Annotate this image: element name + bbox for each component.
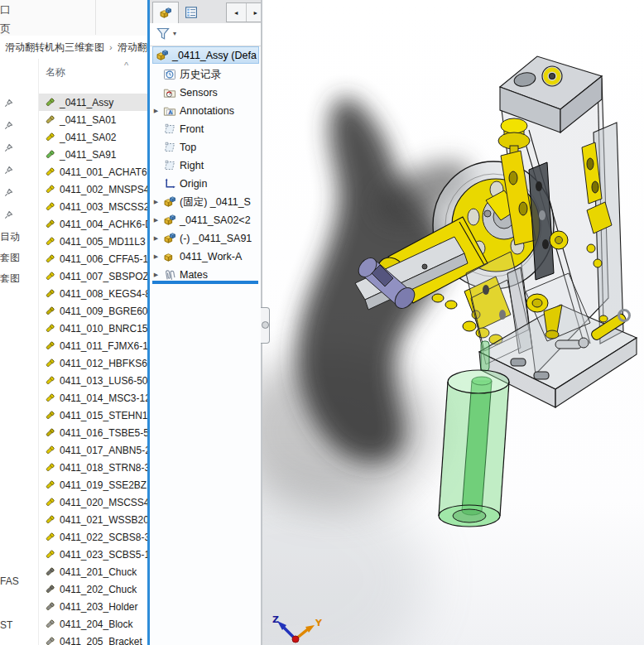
column-header-name[interactable]: 名称: [46, 65, 65, 79]
tree-item-label: Mates: [180, 269, 208, 281]
list-item[interactable]: 0411_001_ACHAT6: [39, 163, 147, 181]
list-item[interactable]: 0411_007_SBSPOZ4-20: [39, 267, 147, 285]
part-file-icon: [45, 445, 55, 455]
part-file-icon: [45, 619, 55, 629]
scroll-tabs-left-button[interactable]: ◄: [227, 3, 246, 22]
tree-item-label: (-) _0411_SA91: [180, 233, 252, 244]
part-file-icon: [45, 584, 55, 594]
tree-item-sensors[interactable]: Sensors: [150, 84, 261, 102]
list-item[interactable]: 0411_019_SSE2BZ13-2: [39, 476, 147, 493]
tree-root-assembly[interactable]: _0411_Assy (Defa: [152, 46, 259, 64]
list-item[interactable]: 0411_020_MSCSS4-12: [39, 493, 147, 511]
list-item[interactable]: 0411_201_Chuck: [39, 563, 147, 580]
list-item[interactable]: _0411_SA01: [39, 111, 147, 128]
pinned-item-icon[interactable]: [4, 185, 13, 200]
nav-item-fragment[interactable]: ST: [0, 619, 12, 631]
tree-item-label: (固定) _0411_S: [180, 195, 251, 209]
sort-ascending-icon[interactable]: ^: [124, 60, 128, 70]
list-item[interactable]: _0411_Assy: [39, 94, 147, 111]
list-item[interactable]: 0411_006_CFFA5-13: [39, 250, 147, 267]
pinned-item-icon[interactable]: [4, 96, 13, 111]
file-name: 0411_012_HBFKS6: [60, 358, 147, 369]
expand-arrow-icon[interactable]: ▶: [152, 253, 160, 260]
triad-z-label: Z: [272, 614, 279, 625]
nav-item-fragment[interactable]: 目动: [0, 230, 20, 244]
list-item[interactable]: 0411_022_SCBS8-35: [39, 528, 147, 546]
tree-item-component[interactable]: ▶ (固定) _0411_S: [150, 193, 261, 211]
tree-item-plane[interactable]: Front: [150, 120, 261, 138]
breadcrumb-segment[interactable]: 滑动翻: [118, 41, 147, 55]
tree-item-plane[interactable]: Top: [150, 138, 261, 156]
file-name: 0411_017_ANBN5-25: [60, 445, 147, 456]
list-item[interactable]: 0411_014_MSC3-12: [39, 389, 147, 407]
list-item[interactable]: 0411_205_Bracket: [39, 633, 147, 645]
list-item[interactable]: 0411_004_ACHK6-D: [39, 215, 147, 233]
pinned-item-icon[interactable]: [4, 208, 13, 223]
pinned-item-icon[interactable]: [4, 163, 13, 178]
part-file-icon: [45, 271, 55, 282]
tree-item-component[interactable]: ▶ _0411_SA02<2: [150, 211, 261, 229]
part-file-icon: [45, 201, 55, 212]
expand-arrow-icon[interactable]: ▶: [152, 272, 160, 278]
list-item[interactable]: _0411_SA91: [39, 146, 147, 163]
graphics-viewport[interactable]: Z Y: [262, 0, 644, 645]
list-item[interactable]: 0411_021_WSSB20-15: [39, 511, 147, 528]
tree-item-origin[interactable]: Origin: [150, 175, 261, 193]
pinned-item-icon[interactable]: [4, 141, 13, 156]
part-file-icon: [45, 323, 55, 334]
tree-filter-bar[interactable]: ▾: [150, 23, 261, 46]
mates-icon: [163, 268, 176, 282]
pinned-item-icon[interactable]: [4, 118, 13, 133]
list-item[interactable]: 0411_017_ANBN5-25: [39, 441, 147, 459]
tree-item-part[interactable]: ▶ 0411_Work-A: [150, 248, 261, 266]
list-item[interactable]: 0411_204_Block: [39, 615, 147, 633]
explorer-file-list[interactable]: 名称 ^ _0411_Assy _0411_SA01 _0411_SA02 _0…: [39, 59, 147, 645]
list-item[interactable]: 0411_023_SCBS5-15: [39, 546, 147, 563]
nav-item-fragment[interactable]: FAS: [0, 575, 19, 587]
breadcrumb-segment[interactable]: 滑动翻转机构三维套图: [5, 41, 104, 55]
list-item[interactable]: 0411_011_FJMX6-1.0: [39, 337, 147, 354]
expand-arrow-icon[interactable]: ▶: [152, 108, 160, 114]
list-item[interactable]: 0411_010_BNRC15: [39, 320, 147, 337]
file-name: 0411_021_WSSB20-15: [60, 514, 147, 526]
list-item[interactable]: 0411_012_HBFKS6: [39, 354, 147, 372]
tree-item-annotations[interactable]: ▶ AAnnotations: [150, 102, 261, 120]
tree-item-history[interactable]: 历史记录: [150, 65, 261, 84]
list-item[interactable]: 0411_016_TSBE5-5: [39, 424, 147, 441]
scroll-tabs-right-button[interactable]: ►: [246, 3, 262, 22]
explorer-nav-pane[interactable]: 目动套图套图FASST: [0, 59, 39, 645]
nav-item-fragment[interactable]: 套图: [0, 251, 20, 265]
tree-item-plane[interactable]: Right: [150, 156, 261, 175]
expand-arrow-icon[interactable]: ▶: [152, 199, 160, 205]
svg-text:A: A: [168, 109, 172, 116]
list-item[interactable]: 0411_002_MNSPS4-M: [39, 181, 147, 198]
list-item[interactable]: 0411_009_BGRE6002Z: [39, 302, 147, 320]
list-item[interactable]: _0411_SA02: [39, 128, 147, 146]
file-name: 0411_019_SSE2BZ13-2: [60, 479, 147, 491]
filter-dropdown-caret-icon[interactable]: ▾: [173, 30, 176, 37]
featuremanager-panel: ◄ ► ▾ _0411_Assy (Defa 历史记录 Sensors▶ AAn…: [150, 0, 261, 645]
list-item[interactable]: 0411_018_STRN8-30: [39, 459, 147, 476]
list-item[interactable]: 0411_202_Chuck: [39, 580, 147, 598]
file-name: 0411_004_ACHK6-D: [60, 219, 147, 230]
breadcrumb[interactable]: 滑动翻转机构三维套图 › 滑动翻: [0, 36, 152, 60]
file-name: 0411_008_KEGS4-8: [60, 288, 147, 300]
list-item[interactable]: 0411_003_MSCSS2-12: [39, 198, 147, 215]
ribbon-fragment: 口: [0, 2, 11, 17]
expand-arrow-icon[interactable]: ▶: [152, 217, 160, 224]
filter-funnel-icon[interactable]: [156, 26, 171, 45]
list-item[interactable]: 0411_005_MD11L3: [39, 233, 147, 250]
rollback-bar[interactable]: [152, 281, 258, 284]
tab-featuremanager[interactable]: [152, 2, 179, 23]
file-name: 0411_002_MNSPS4-M: [60, 184, 147, 195]
tab-propertymanager[interactable]: [180, 3, 203, 22]
list-item[interactable]: 0411_008_KEGS4-8: [39, 285, 147, 302]
list-item[interactable]: 0411_015_STEHN13: [39, 407, 147, 424]
panel-collapse-handle[interactable]: [261, 307, 270, 344]
nav-item-fragment[interactable]: 套图: [0, 272, 20, 286]
list-item[interactable]: 0411_203_Holder: [39, 598, 147, 615]
tree-item-component[interactable]: ▶ (-) _0411_SA91: [150, 229, 261, 248]
list-item[interactable]: 0411_013_LUS6-500: [39, 372, 147, 389]
expand-arrow-icon[interactable]: ▶: [152, 235, 160, 242]
explorer-ribbon: 口 页: [0, 0, 147, 36]
